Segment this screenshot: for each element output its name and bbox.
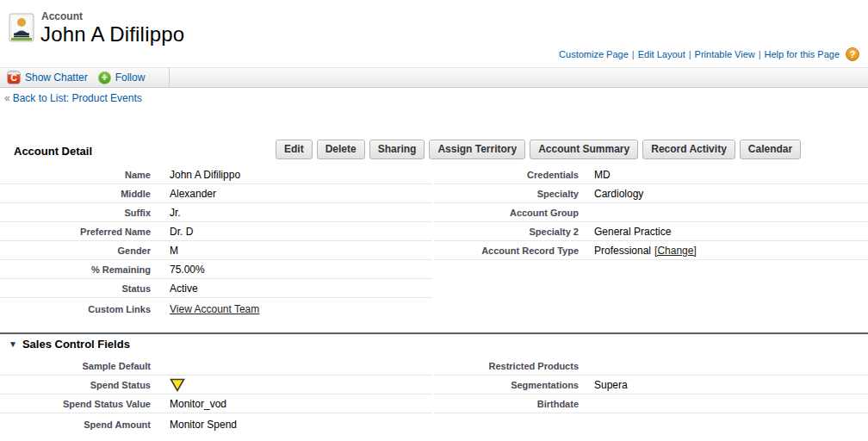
field-row: SpecialtyCardiology — [434, 184, 868, 203]
field-value-text: John A Difilippo — [170, 169, 240, 181]
field-label: Specialty 2 — [434, 227, 579, 237]
follow-plus-icon: + — [98, 71, 111, 84]
field-value: Professional[Change] — [579, 245, 697, 257]
field-row: Preferred NameDr. D — [0, 222, 432, 241]
field-label: Suffix — [0, 208, 151, 218]
field-label: Spend Status Value — [0, 399, 151, 409]
field-value-text: Dr. D — [170, 226, 193, 238]
detail-header: Account Detail Edit Delete Sharing Assig… — [0, 138, 868, 164]
field-row: Spend Status — [0, 376, 432, 394]
field-value: Cardiology — [579, 188, 643, 200]
field-row: NameJohn A Difilippo — [0, 165, 432, 184]
field-value-link[interactable]: View Account Team — [170, 303, 259, 315]
field-label: Gender — [0, 245, 151, 256]
page-title: John A Difilippo — [40, 22, 184, 47]
field-label: Restricted Products — [434, 361, 579, 371]
field-value: Dr. D — [151, 226, 193, 238]
field-value-text: 75.00% — [170, 264, 205, 276]
field-value: 75.00% — [151, 264, 205, 276]
account-entity-icon — [9, 13, 36, 42]
field-value-text: Alexander — [170, 188, 216, 200]
field-value-text: Active — [170, 283, 198, 295]
field-row: Sample Default — [0, 357, 432, 376]
field-label: Name — [0, 170, 151, 180]
field-value-text: Monitor Spend — [170, 419, 237, 431]
link-separator: | — [759, 49, 761, 59]
link-separator: | — [632, 49, 635, 59]
field-row: Spend AmountMonitor Spend — [0, 413, 432, 435]
detail-fields-right: CredentialsMDSpecialtyCardiologyAccount … — [434, 165, 868, 260]
field-row: Restricted Products — [434, 357, 868, 376]
field-row: SegmentationsSupera — [434, 376, 868, 394]
field-value: Active — [151, 283, 198, 295]
field-value-text: M — [170, 245, 178, 257]
section-divider — [0, 332, 868, 334]
field-row: Spend Status ValueMonitor_vod — [0, 394, 432, 413]
help-for-this-page-link[interactable]: Help for this Page — [765, 49, 840, 59]
field-value-text: Cardiology — [594, 188, 643, 200]
delete-button[interactable]: Delete — [317, 140, 365, 159]
field-value-text: Professional — [594, 245, 651, 257]
field-label: Birthdate — [434, 399, 579, 409]
detail-fields-left: NameJohn A DifilippoMiddleAlexanderSuffi… — [0, 165, 432, 320]
field-row: StatusActive — [0, 279, 432, 298]
field-value: M — [151, 245, 178, 257]
field-label: Middle — [0, 189, 151, 199]
show-chatter-label: Show Chatter — [25, 71, 88, 84]
field-value-text: Monitor_vod — [170, 398, 226, 410]
entity-type-label: Account — [41, 10, 83, 22]
printable-view-link[interactable]: Printable View — [695, 49, 755, 59]
back-to-list-link[interactable]: Back to List: Product Events — [13, 92, 142, 104]
sales-fields-left: Sample DefaultSpend StatusSpend Status V… — [0, 357, 432, 435]
sharing-button[interactable]: Sharing — [369, 140, 425, 159]
edit-layout-link[interactable]: Edit Layout — [638, 49, 685, 59]
field-value-text: Supera — [594, 379, 628, 391]
sales-fields-right: Restricted ProductsSegmentationsSuperaBi… — [434, 357, 868, 413]
field-label: Sample Default — [0, 361, 151, 371]
assign-territory-button[interactable]: Assign Territory — [429, 140, 525, 159]
follow-label: Follow — [115, 71, 146, 84]
calendar-button[interactable]: Calendar — [740, 140, 801, 159]
chatter-icon: C — [7, 71, 21, 84]
field-change-link[interactable]: [Change] — [654, 245, 697, 257]
help-icon[interactable]: ? — [846, 47, 859, 61]
show-chatter-button[interactable]: C Show Chatter — [7, 71, 88, 84]
record-activity-button[interactable]: Record Activity — [642, 140, 735, 159]
field-value: Monitor_vod — [151, 398, 226, 410]
field-row: Account Group — [434, 203, 868, 222]
sales-control-fields-header[interactable]: ▼ Sales Control Fields — [9, 338, 130, 351]
field-label: % Remaining — [0, 264, 151, 275]
customize-page-link[interactable]: Customize Page — [559, 49, 629, 59]
field-value: Supera — [579, 379, 628, 391]
field-value-text: General Practice — [594, 226, 671, 238]
field-value: MD — [579, 169, 611, 181]
field-value: Alexander — [151, 188, 216, 200]
field-row: GenderM — [0, 241, 432, 260]
field-label: Spend Amount — [0, 419, 151, 430]
field-row: Specialty 2General Practice — [434, 222, 868, 241]
field-value: General Practice — [579, 226, 671, 238]
field-value: View Account Team — [151, 303, 259, 315]
field-row: Account Record TypeProfessional[Change] — [434, 241, 868, 260]
field-label: Specialty — [434, 189, 579, 199]
field-value: John A Difilippo — [151, 169, 240, 181]
collapse-triangle-icon[interactable]: ▼ — [9, 339, 17, 349]
field-value-text: MD — [594, 169, 611, 181]
field-row: SuffixJr. — [0, 203, 432, 222]
page-action-links: Customize Page | Edit Layout | Printable… — [559, 47, 859, 61]
chatter-controls: C Show Chatter + Follow — [0, 68, 170, 87]
field-row: CredentialsMD — [434, 165, 868, 184]
field-label: Preferred Name — [0, 227, 151, 237]
field-label: Account Group — [434, 208, 579, 218]
field-label: Status — [0, 283, 151, 294]
account-summary-button[interactable]: Account Summary — [530, 140, 638, 159]
section-title-sales-control-fields: Sales Control Fields — [22, 338, 130, 351]
edit-button[interactable]: Edit — [276, 140, 313, 159]
warning-triangle-icon — [170, 378, 185, 392]
section-title-account-detail: Account Detail — [14, 145, 92, 158]
follow-button[interactable]: + Follow — [98, 71, 146, 84]
field-label: Segmentations — [434, 380, 579, 390]
field-label: Custom Links — [0, 304, 151, 314]
field-label: Spend Status — [0, 380, 151, 390]
field-value — [151, 378, 185, 392]
